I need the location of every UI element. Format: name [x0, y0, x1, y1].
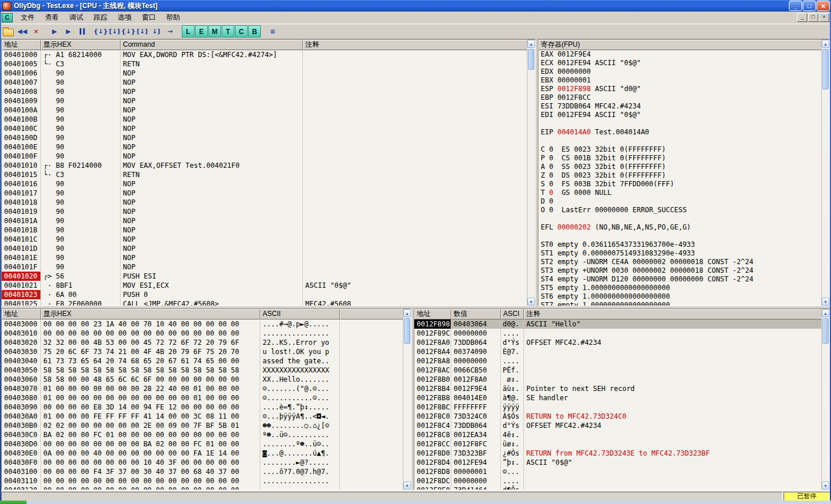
register-line[interactable]: ST1 empty 0.0000007514931083290e-4933: [538, 249, 821, 258]
scroll-down-button[interactable]: ▼: [822, 482, 829, 490]
register-line[interactable]: EDI 0012FE94 ASCII "0$@": [538, 111, 821, 119]
stack-row[interactable]: 0012F89800403064d0@.ASCII "Hello": [414, 319, 821, 329]
disasm-row[interactable]: 00401019 90NOP: [2, 207, 527, 216]
dump-row[interactable]: 0040311000 00 00 00 00 00 00 00 00 00 00…: [2, 476, 403, 486]
title-minimize-button[interactable]: _: [789, 1, 802, 11]
dump-row[interactable]: 004030B002 02 00 00 00 00 00 00 2E 00 09…: [2, 421, 403, 430]
register-line[interactable]: ST5 empty 1.0000000000000000000: [538, 284, 821, 292]
register-line[interactable]: EDX 00000000: [538, 67, 821, 76]
dump-scrollbar[interactable]: ▲ ▼: [403, 309, 411, 490]
register-line[interactable]: ST2 empty -UNORM CE4A 00000002 00000018 …: [538, 258, 821, 266]
register-line[interactable]: ST6 empty 1.0000000000000000000: [538, 292, 821, 301]
disasm-row[interactable]: 00401021 · 8BF1MOV ESI,ECXASCII "0$@": [2, 281, 527, 290]
stack-row[interactable]: 0012F8DC00000000....: [414, 476, 821, 486]
till-return-button[interactable]: ↓]: [149, 25, 163, 37]
stack-scrollbar[interactable]: ▲ ▼: [821, 309, 829, 490]
register-line[interactable]: P 0 CS 001B 32bit 0(FFFFFFFF): [538, 154, 821, 163]
stack-row[interactable]: 0012F8D073D323BF¿#ÓsRETURN from MFC42.73…: [414, 449, 821, 458]
dump-row[interactable]: 004030F000 00 00 00 00 00 00 00 10 40 3F…: [2, 458, 403, 467]
disassembly-scrollbar[interactable]: ▲ ▼: [527, 40, 535, 306]
dump-row[interactable]: 0040302032 32 00 00 4B 53 00 00 45 72 72…: [2, 338, 403, 347]
disasm-row[interactable]: 0040101A 90NOP: [2, 216, 527, 225]
breakpoints-window-button[interactable]: B: [248, 25, 261, 37]
menu-item-file[interactable]: 文件: [16, 12, 40, 24]
memory-window-button[interactable]: M: [208, 25, 221, 37]
registers-scrollbar[interactable]: ▲ ▼: [821, 40, 829, 306]
menu-item-window[interactable]: 窗口: [137, 12, 161, 24]
disasm-row[interactable]: 00401006 90NOP: [2, 69, 527, 78]
dump-row[interactable]: 0040312000 00 00 00 00 00 00 00 00 00 00…: [2, 486, 403, 490]
menu-item-help[interactable]: 帮助: [161, 12, 185, 24]
stack-row[interactable]: 0012F8B40012F9E4äù↕.Pointer to next SEH …: [414, 384, 821, 393]
stack-row[interactable]: 0012F89C00000000....: [414, 329, 821, 338]
stack-row[interactable]: 0012F8C473DDB064d°ÝsOFFSET MFC42.#4234: [414, 421, 821, 430]
disasm-row[interactable]: 00401020┌> 56PUSH ESI: [2, 272, 527, 281]
stack-row[interactable]: 0012F8E073D41464d¶Ôs: [414, 486, 821, 490]
goto-eip-button[interactable]: →: [163, 25, 177, 37]
register-line[interactable]: ST0 empty 0.0361165437331963700e-4933: [538, 240, 821, 249]
windows-list-button[interactable]: ≡: [266, 25, 279, 37]
restart-button[interactable]: ◀◀: [16, 25, 29, 37]
open-button[interactable]: [2, 25, 15, 37]
dump-row[interactable]: 0040304061 73 73 65 64 20 74 68 65 20 67…: [2, 356, 403, 366]
register-line[interactable]: T 0 GS 0000 NULL: [538, 189, 821, 197]
disasm-row[interactable]: 0040100B 90NOP: [2, 115, 527, 124]
register-line[interactable]: [538, 119, 821, 128]
title-close-button[interactable]: ×: [817, 1, 830, 11]
disasm-row[interactable]: 0040100E 90NOP: [2, 142, 527, 152]
run-button[interactable]: ▶: [48, 25, 61, 37]
register-line[interactable]: O 0 LastErr 00000000 ERROR_SUCCESS: [538, 206, 821, 215]
start-button-fragment[interactable]: [0, 501, 27, 504]
stack-row[interactable]: 0012F8B00012F8A0 ø↕.: [414, 375, 821, 384]
animate-into-button[interactable]: {↓}: [122, 25, 135, 37]
menu-item-debug[interactable]: 调试: [64, 12, 88, 24]
disasm-row[interactable]: 0040101C 90NOP: [2, 235, 527, 244]
disasm-row[interactable]: 0040100F 90NOP: [2, 152, 527, 161]
disasm-row[interactable]: 0040101F 90NOP: [2, 262, 527, 272]
stack-row[interactable]: 0012F8C073D324C0À$ÓsRETURN to MFC42.73D3…: [414, 412, 821, 421]
stack-row[interactable]: 0012F8A400374090É@7.: [414, 347, 821, 356]
disasm-row[interactable]: 00401016 90NOP: [2, 179, 527, 189]
stack-row[interactable]: 0012F8A800000000....: [414, 356, 821, 366]
ollydbg-app-icon[interactable]: [2, 2, 12, 10]
dump-row[interactable]: 004030C0BA 02 00 00 FC 01 00 00 00 00 00…: [2, 430, 403, 439]
register-line[interactable]: [538, 137, 821, 145]
disasm-row[interactable]: 0040101B 90NOP: [2, 225, 527, 235]
disasm-row[interactable]: 00401009 90NOP: [2, 96, 527, 106]
executables-window-button[interactable]: E: [195, 25, 208, 37]
register-line[interactable]: ECX 0012FE94 ASCII "0$@": [538, 59, 821, 67]
mdi-restore-button[interactable]: □: [808, 13, 818, 22]
menu-item-options[interactable]: 选项: [113, 12, 137, 24]
stack-row[interactable]: 0012F8B8004014E0à¶@.SE handler: [414, 393, 821, 403]
step-over-button[interactable]: [↓]: [108, 25, 121, 37]
register-line[interactable]: EFL 00000202 (NO,NB,NE,A,NS,PO,GE,G): [538, 223, 821, 232]
scroll-down-button[interactable]: ▼: [822, 298, 829, 306]
dump-row[interactable]: 0040307001 00 00 00 00 00 00 00 28 22 40…: [2, 384, 403, 393]
mdi-minimize-button[interactable]: _: [797, 13, 807, 22]
register-line[interactable]: EAX 0012F9E4: [538, 50, 821, 59]
scroll-down-button[interactable]: ▼: [527, 298, 535, 306]
cpu-window-icon[interactable]: C: [2, 13, 13, 22]
stack-row[interactable]: 0012F8BCFFFFFFFFÿÿÿÿ: [414, 403, 821, 412]
disasm-row[interactable]: 0040100A 90NOP: [2, 106, 527, 115]
register-line[interactable]: ST3 empty +UNORM 0030 00000002 00000018 …: [538, 266, 821, 275]
disasm-row[interactable]: 00401023 · 6A 00PUSH 0: [2, 290, 527, 299]
disasm-row[interactable]: 00401017 90NOP: [2, 189, 527, 198]
threads-window-button[interactable]: T: [222, 25, 234, 37]
scroll-thumb[interactable]: [822, 49, 829, 89]
register-line[interactable]: [538, 232, 821, 240]
scroll-thumb[interactable]: [822, 318, 829, 344]
dump-row[interactable]: 0040308001 00 00 00 00 00 00 00 00 00 00…: [2, 393, 403, 403]
scroll-thumb[interactable]: [528, 49, 534, 70]
dump-row[interactable]: 0040305058 58 58 58 58 58 58 58 58 58 58…: [2, 366, 403, 375]
register-line[interactable]: EBP 0012F8CC: [538, 93, 821, 102]
register-line[interactable]: S 0 FS 003B 32bit 7FFDD000(FFF): [538, 180, 821, 189]
stack-row[interactable]: 0012F8A073DDB064d°ÝsOFFSET MFC42.#4234: [414, 338, 821, 347]
animate-over-button[interactable]: [↓]: [136, 25, 149, 37]
register-line[interactable]: ST4 empty -UNORM D120 00000000 00000000 …: [538, 275, 821, 284]
stack-row[interactable]: 0012F8D40012FE94”þ↕.ASCII "0$@": [414, 458, 821, 467]
register-line[interactable]: A 0 SS 0023 32bit 0(FFFFFFFF): [538, 163, 821, 171]
stack-row[interactable]: 0012F8AC0066CB50PËf.: [414, 366, 821, 375]
disasm-row[interactable]: 00401007 90NOP: [2, 78, 527, 87]
dump-row[interactable]: 0040310000 00 00 00 F4 3F 37 00 30 40 37…: [2, 467, 403, 476]
